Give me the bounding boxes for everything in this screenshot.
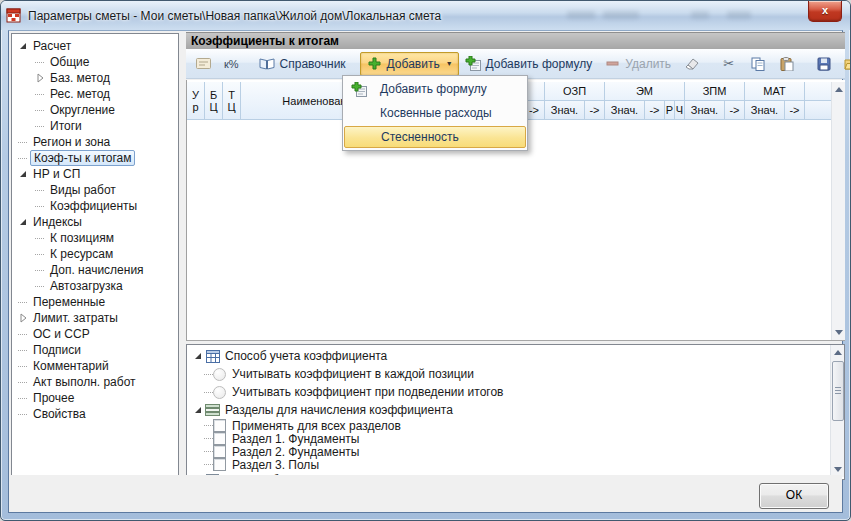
- checkbox[interactable]: [213, 458, 226, 471]
- sidebar-item-к-позициям[interactable]: К позициям: [12, 230, 178, 246]
- options-vscrollbar[interactable]: [830, 345, 844, 477]
- table-subcol-header[interactable]: Знач.: [545, 101, 585, 120]
- tree-line: [16, 408, 30, 420]
- add-button[interactable]: Добавить ▼: [360, 52, 459, 76]
- table-subcol-header[interactable]: ->: [645, 101, 665, 120]
- properties-button[interactable]: [189, 52, 218, 76]
- sidebar-item-итоги[interactable]: Итоги: [12, 118, 178, 134]
- table-group-header[interactable]: МАТ: [745, 82, 805, 101]
- tree-line: [33, 104, 47, 116]
- reference-button[interactable]: Справочник: [253, 52, 352, 76]
- menu-item-косвенные-расходы[interactable]: Косвенные расходы: [344, 101, 526, 125]
- open-button[interactable]: [838, 52, 851, 76]
- sidebar-item-коэф-ты-к-итогам[interactable]: Коэф-ты к итогам: [12, 150, 178, 166]
- paste-button[interactable]: [772, 52, 801, 76]
- table-subcol-header[interactable]: Знач.: [745, 101, 785, 120]
- sidebar-item-округление[interactable]: Округление: [12, 102, 178, 118]
- table-col-header[interactable]: ТЦ: [223, 82, 241, 120]
- collapse-icon[interactable]: [191, 404, 204, 416]
- scroll-up-icon[interactable]: [832, 83, 845, 96]
- options-group[interactable]: Способ учета коэффициента: [191, 347, 821, 365]
- titlebar[interactable]: Параметры сметы - Мои сметы\Новая папка\…: [1, 1, 850, 30]
- collapse-icon[interactable]: [16, 168, 30, 180]
- sidebar-item-label: Регион и зона: [30, 135, 113, 149]
- scissors-icon: ✂: [720, 56, 737, 72]
- option-checkbox-row[interactable]: Раздел 1. Фундаменты: [191, 432, 821, 445]
- sidebar-item-label: Итоги: [47, 119, 85, 133]
- sidebar-item-переменные[interactable]: Переменные: [12, 294, 178, 310]
- sidebar-item-label: Баз. метод: [47, 71, 113, 85]
- collapse-icon[interactable]: [16, 40, 30, 52]
- sidebar-item-подписи[interactable]: Подписи: [12, 342, 178, 358]
- checkbox[interactable]: [213, 432, 226, 445]
- option-checkbox-row[interactable]: Раздел 2. Фундаменты: [191, 445, 821, 458]
- collapse-icon[interactable]: [16, 216, 30, 228]
- option-radio-row[interactable]: Учитывать коэффициент при подведении ито…: [191, 383, 821, 401]
- option-radio-row[interactable]: Учитывать коэффициент в каждой позиции: [191, 365, 821, 383]
- sidebar-item-акт-выполн-работ[interactable]: Акт выполн. работ: [12, 374, 178, 390]
- option-checkbox-row[interactable]: Раздел 3. Полы: [191, 458, 821, 471]
- sidebar-item-общие[interactable]: Общие: [12, 54, 178, 70]
- table-subcol-header[interactable]: Р: [665, 101, 675, 120]
- sidebar-item-лимит-затраты[interactable]: Лимит. затраты: [12, 310, 178, 326]
- calc-icon: [204, 349, 221, 363]
- sidebar-item-нр-и-сп[interactable]: НР и СП: [12, 166, 178, 182]
- radio-button[interactable]: [213, 386, 226, 399]
- clear-button[interactable]: [677, 52, 706, 76]
- sidebar-item-баз-метод[interactable]: Баз. метод: [12, 70, 178, 86]
- table-vscrollbar[interactable]: [831, 82, 845, 340]
- table-subcol-header[interactable]: ->: [785, 101, 805, 120]
- sidebar-item-свойства[interactable]: Свойства: [12, 406, 178, 422]
- radio-button[interactable]: [213, 368, 226, 381]
- scrollbar-thumb[interactable]: [832, 361, 844, 421]
- tree-line: [33, 248, 47, 260]
- sidebar-item-комментарий[interactable]: Комментарий: [12, 358, 178, 374]
- save-button[interactable]: [809, 52, 838, 76]
- delete-button[interactable]: Удалить: [598, 52, 677, 76]
- sidebar-item-коэффициенты[interactable]: Коэффициенты: [12, 198, 178, 214]
- k-percent-button[interactable]: к%: [218, 54, 245, 74]
- ok-button[interactable]: ОК: [759, 483, 829, 509]
- sidebar-item-рес-метод[interactable]: Рес. метод: [12, 86, 178, 102]
- scroll-up-icon[interactable]: [831, 346, 844, 359]
- table-subcol-header[interactable]: Знач.: [605, 101, 645, 120]
- menu-item-стесненность[interactable]: Стесненность: [344, 126, 526, 148]
- table-col-header[interactable]: Ур: [187, 82, 205, 120]
- sidebar-item-доп-начисления[interactable]: Доп. начисления: [12, 262, 178, 278]
- checkbox[interactable]: [213, 445, 226, 458]
- folder-open-icon: [844, 56, 851, 72]
- options-group[interactable]: Разделы для начисления коэффициента: [191, 401, 821, 419]
- sidebar-item-расчет[interactable]: Расчет: [12, 38, 178, 54]
- options-panel: Способ учета коэффициентаУчитывать коэфф…: [186, 344, 845, 480]
- table-group-header[interactable]: ЗПМ: [685, 82, 745, 101]
- expand-icon[interactable]: [16, 312, 30, 324]
- table-col-header[interactable]: БЦ: [205, 82, 223, 120]
- add-formula-button[interactable]: Добавить формулу: [459, 52, 599, 76]
- cut-button[interactable]: ✂: [714, 52, 743, 76]
- table-group-header[interactable]: ОЗП: [545, 82, 605, 101]
- close-button[interactable]: x: [808, 1, 842, 22]
- sidebar-item-автозагрузка[interactable]: Автозагрузка: [12, 278, 178, 294]
- checkbox[interactable]: [213, 419, 226, 432]
- sidebar-item-регион-и-зона[interactable]: Регион и зона: [12, 134, 178, 150]
- expand-icon[interactable]: [33, 72, 47, 84]
- tree-line: [16, 392, 30, 404]
- collapse-icon[interactable]: [191, 350, 204, 362]
- table-group-ОЗП: ОЗПЗнач.->: [545, 82, 605, 120]
- sidebar-item-ос-и-сср[interactable]: ОС и ССР: [12, 326, 178, 342]
- sidebar-item-виды-работ[interactable]: Виды работ: [12, 182, 178, 198]
- table-subcol-header[interactable]: ->: [725, 101, 745, 120]
- table-subcol-header[interactable]: ->: [585, 101, 605, 120]
- sidebar-item-индексы[interactable]: Индексы: [12, 214, 178, 230]
- sidebar-item-прочее[interactable]: Прочее: [12, 390, 178, 406]
- sidebar-item-к-ресурсам[interactable]: К ресурсам: [12, 246, 178, 262]
- copy-button[interactable]: [743, 52, 772, 76]
- option-label: Раздел 1. Фундаменты: [232, 432, 359, 446]
- option-checkbox-row[interactable]: Применять для всех разделов: [191, 419, 821, 432]
- table-subcol-header[interactable]: Знач.: [685, 101, 725, 120]
- table-group-header[interactable]: ЭМ: [605, 82, 685, 101]
- menu-item-добавить-формулу[interactable]: Добавить формулу: [344, 77, 526, 101]
- sidebar-item-label: Доп. начисления: [47, 263, 147, 277]
- scroll-down-icon[interactable]: [832, 326, 845, 339]
- table-subcol-header[interactable]: Ч: [675, 101, 685, 120]
